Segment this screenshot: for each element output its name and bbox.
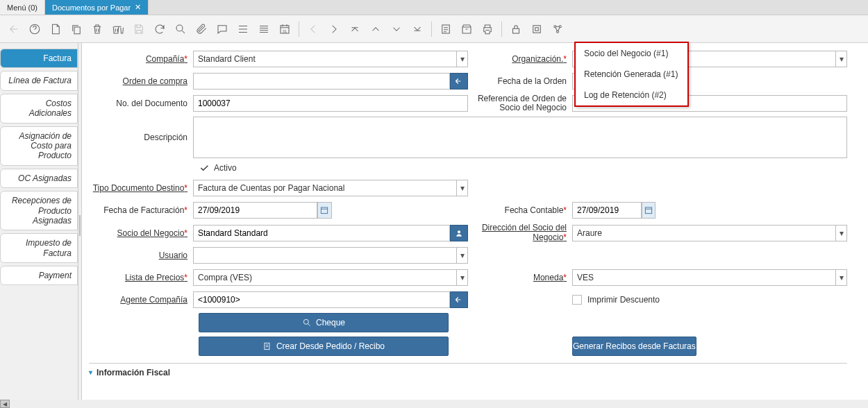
field-compania[interactable]: Standard Client▾ bbox=[193, 51, 468, 67]
down-icon[interactable] bbox=[388, 21, 405, 37]
field-descripcion[interactable] bbox=[193, 117, 847, 158]
svg-point-2 bbox=[176, 25, 183, 31]
field-socio[interactable] bbox=[193, 225, 450, 241]
field-orden[interactable] bbox=[193, 73, 450, 90]
lookup-orden-icon[interactable] bbox=[450, 73, 468, 90]
tab-documentos[interactable]: Documentos por Pagar ✕ bbox=[45, 0, 149, 15]
attachment-icon[interactable] bbox=[193, 21, 210, 37]
new-icon[interactable] bbox=[47, 21, 64, 37]
list-icon[interactable] bbox=[256, 21, 272, 37]
lock-icon[interactable] bbox=[508, 21, 524, 37]
zoom-icon[interactable] bbox=[528, 21, 545, 37]
sidetab-impuesto[interactable]: Impuesto de Factura bbox=[0, 233, 78, 263]
label-ref-orden: Referencia de Orden de Socio del Negocio bbox=[468, 94, 572, 112]
prev-icon bbox=[305, 21, 322, 37]
grid-icon[interactable] bbox=[235, 21, 251, 37]
close-icon[interactable]: ✕ bbox=[135, 3, 141, 12]
svg-point-9 bbox=[559, 25, 561, 27]
svg-point-15 bbox=[303, 319, 308, 324]
sidetab-recepciones[interactable]: Recepciones de Producto Asignadas bbox=[0, 191, 78, 230]
sidetab-oc[interactable]: OC Asignadas bbox=[0, 169, 78, 188]
first-icon[interactable] bbox=[347, 21, 363, 37]
search-icon[interactable] bbox=[172, 21, 189, 37]
label-fecha-cont: Fecha Contable* bbox=[468, 205, 572, 215]
refresh-icon[interactable] bbox=[151, 21, 168, 37]
label-direccion: Dirección del Socio del Negocio* bbox=[468, 223, 572, 241]
field-usuario[interactable]: ▾ bbox=[193, 247, 468, 264]
svg-rect-13 bbox=[645, 207, 651, 214]
popup-item-socio[interactable]: Socio del Negocio (#1) bbox=[576, 43, 687, 64]
save-icon bbox=[131, 21, 147, 37]
label-tipo-doc: Tipo Documento Destino* bbox=[89, 183, 193, 193]
label-moneda: Moneda* bbox=[468, 273, 572, 282]
label-descripcion: Descripción bbox=[89, 133, 193, 142]
calendar-icon[interactable]: 31 bbox=[276, 21, 293, 37]
delete-icon[interactable] bbox=[89, 21, 106, 37]
field-moneda[interactable]: VES▾ bbox=[572, 269, 847, 286]
button-crear[interactable]: Crear Desde Pedido / Recibo bbox=[199, 337, 449, 356]
up-icon[interactable] bbox=[367, 21, 384, 37]
checkmark-icon bbox=[199, 162, 210, 173]
chevron-down-icon: ▾ bbox=[89, 368, 92, 376]
field-lista[interactable]: Compra (VES)▾ bbox=[193, 269, 468, 286]
side-tabs: Factura Línea de Factura Costos Adiciona… bbox=[0, 43, 78, 408]
field-fecha-fact[interactable] bbox=[193, 202, 317, 219]
svg-rect-7 bbox=[533, 25, 541, 33]
horizontal-scrollbar[interactable]: ◀ bbox=[0, 400, 868, 408]
sidetab-costos[interactable]: Costos Adicionales bbox=[0, 94, 78, 124]
button-generar[interactable]: Generar Recibos desde Facturas bbox=[572, 337, 696, 356]
workflow-icon[interactable] bbox=[549, 21, 566, 37]
archive-icon[interactable] bbox=[458, 21, 475, 37]
lookup-socio-icon[interactable] bbox=[450, 225, 468, 241]
toolbar: 31 Socio del Negocio (#1) Retención Gene… bbox=[0, 15, 868, 43]
sidetab-linea[interactable]: Línea de Factura bbox=[0, 71, 78, 90]
checkbox-imprimir[interactable]: Imprimir Descuento bbox=[572, 295, 847, 305]
svg-point-8 bbox=[554, 25, 556, 27]
calendar-icon[interactable] bbox=[317, 202, 332, 219]
popup-item-retencion[interactable]: Retención Generada (#1) bbox=[576, 64, 687, 85]
label-socio: Socio del Negocio* bbox=[89, 228, 193, 238]
sidetab-payment[interactable]: Payment bbox=[0, 266, 78, 285]
label-activo: Activo bbox=[214, 163, 237, 173]
report-icon[interactable] bbox=[437, 21, 454, 37]
form-area: Compañía* Standard Client▾ Organización.… bbox=[82, 43, 868, 408]
field-tipo-doc[interactable]: Factura de Cuentas por Pagar Nacional▾ bbox=[193, 180, 468, 196]
calendar-icon[interactable] bbox=[642, 202, 656, 219]
label-orden: Orden de compra bbox=[89, 76, 193, 86]
print-icon[interactable] bbox=[479, 21, 496, 37]
svg-rect-16 bbox=[265, 343, 269, 349]
field-no-doc[interactable] bbox=[193, 95, 468, 112]
popup-item-log[interactable]: Log de Retención (#2) bbox=[576, 85, 687, 105]
label-organizacion: Organización.* bbox=[468, 54, 572, 64]
related-records-popup: Socio del Negocio (#1) Retención Generad… bbox=[574, 42, 689, 107]
sidetab-asignacion[interactable]: Asignación de Costo para Producto bbox=[0, 126, 78, 166]
label-no-doc: No. del Documento bbox=[89, 99, 193, 108]
field-agente[interactable] bbox=[193, 291, 450, 308]
label-agente: Agente Compañía bbox=[89, 295, 193, 305]
label-usuario: Usuario bbox=[89, 250, 193, 260]
back-arrow-icon bbox=[6, 21, 22, 37]
tab-menu[interactable]: Menú (0) bbox=[0, 0, 45, 15]
scroll-left-icon[interactable]: ◀ bbox=[0, 400, 10, 408]
button-cheque[interactable]: Cheque bbox=[199, 313, 449, 332]
field-fecha-cont[interactable] bbox=[572, 202, 642, 219]
label-imprimir: Imprimir Descuento bbox=[587, 295, 660, 305]
lookup-agente-icon[interactable] bbox=[450, 291, 468, 308]
sidetab-factura[interactable]: Factura bbox=[0, 49, 78, 68]
field-direccion[interactable]: Araure▾ bbox=[572, 225, 847, 241]
help-icon[interactable] bbox=[26, 21, 43, 37]
label-compania: Compañía* bbox=[89, 54, 193, 64]
section-fiscal[interactable]: ▾ Información Fiscal bbox=[89, 363, 847, 377]
chat-icon[interactable] bbox=[214, 21, 231, 37]
next-icon[interactable] bbox=[326, 21, 342, 37]
last-icon[interactable] bbox=[409, 21, 426, 37]
svg-point-10 bbox=[557, 31, 559, 33]
tab-bar: Menú (0) Documentos por Pagar ✕ bbox=[0, 0, 868, 15]
delete-all-icon[interactable] bbox=[110, 21, 126, 37]
label-lista: Lista de Precios* bbox=[89, 273, 193, 282]
copy-icon[interactable] bbox=[68, 21, 85, 37]
label-fecha-fact: Fecha de Facturación* bbox=[89, 205, 193, 215]
label-fecha-orden: Fecha de la Orden bbox=[468, 76, 572, 86]
svg-point-14 bbox=[458, 230, 460, 233]
svg-rect-6 bbox=[513, 28, 519, 33]
